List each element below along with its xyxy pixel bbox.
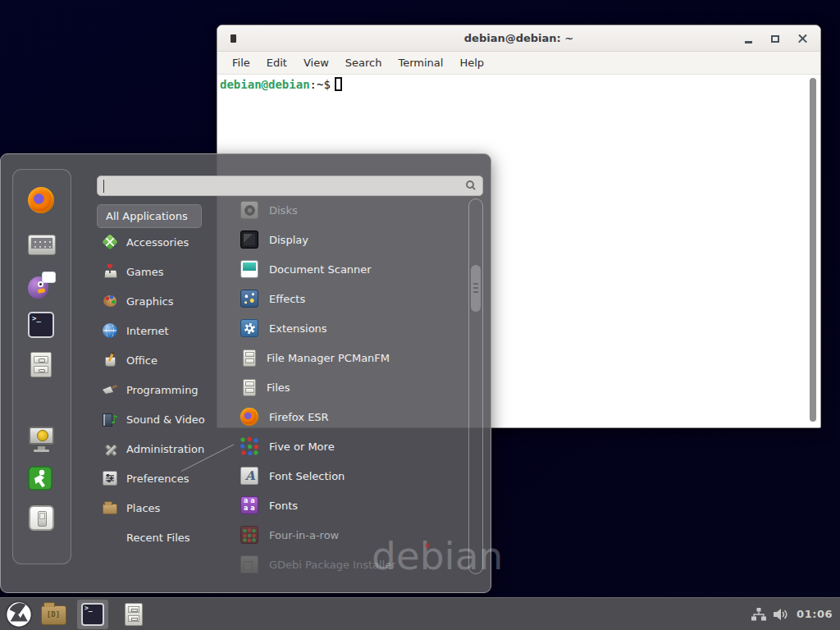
display-icon <box>240 231 258 249</box>
app-item-four-in-a-row[interactable]: Four-in-a-row <box>235 520 467 550</box>
disks-icon <box>240 201 258 219</box>
favorite-terminal-button[interactable] <box>28 312 56 340</box>
category-places[interactable]: Places <box>97 493 228 523</box>
files-icon <box>243 379 256 396</box>
app-item-five-or-more[interactable]: Five or More <box>235 431 467 461</box>
terminal-icon <box>28 312 54 338</box>
taskbar-window-terminal[interactable] <box>77 600 108 629</box>
prompt-user-host: debian@debian <box>220 78 310 91</box>
terminal-titlebar[interactable]: debian@debian: ~ <box>217 25 820 52</box>
app-item-gdebi-package-installer[interactable]: GDebi Package Installer <box>235 550 467 579</box>
category-graphics[interactable]: Graphics <box>97 286 228 316</box>
clock[interactable]: 01:06 <box>797 608 833 620</box>
games-icon <box>103 264 117 279</box>
screensaver-lock-icon <box>28 425 56 453</box>
effects-icon <box>240 290 258 308</box>
favorite-file-manager-button[interactable] <box>28 352 56 380</box>
four-in-a-row-icon <box>240 526 258 544</box>
app-item-extensions[interactable]: Extensions <box>235 313 467 343</box>
favorite-keyboard-button[interactable] <box>28 231 56 258</box>
application-menu: debian <box>0 153 491 593</box>
app-item-file-manager-pcmanfm[interactable]: File Manager PCManFM <box>235 343 467 372</box>
window-icon <box>231 34 236 43</box>
app-item-font-selection[interactable]: Font Selection <box>235 461 467 491</box>
category-games[interactable]: Games <box>97 257 228 286</box>
category-internet[interactable]: Internet <box>97 316 228 345</box>
fonts-icon <box>240 496 258 514</box>
category-accessories[interactable]: Accessories <box>97 227 228 257</box>
internet-icon <box>103 323 117 338</box>
menu-terminal[interactable]: Terminal <box>390 53 451 72</box>
all-applications-button[interactable]: All Applications <box>97 204 202 228</box>
accessories-icon <box>103 235 117 249</box>
shutdown-icon <box>29 505 54 531</box>
favorite-firefox-button[interactable] <box>28 187 56 215</box>
file-manager-icon <box>243 349 256 367</box>
app-item-firefox-esr[interactable]: Firefox ESR <box>235 402 467 431</box>
maximize-button[interactable] <box>771 35 779 43</box>
volume-icon[interactable] <box>774 608 789 621</box>
app-item-fonts[interactable]: Fonts <box>235 491 467 520</box>
app-list-scrollbar-thumb[interactable] <box>471 265 481 312</box>
terminal-scrollbar-track[interactable] <box>808 77 818 422</box>
sound-video-icon <box>103 412 117 427</box>
category-office[interactable]: Office <box>97 345 228 375</box>
close-button[interactable] <box>798 34 807 43</box>
app-list-scrollbar-track[interactable] <box>468 199 483 574</box>
prompt-path: :~$ <box>310 78 331 91</box>
category-sound-video[interactable]: Sound & Video <box>97 404 228 434</box>
terminal-menubar: File Edit View Search Terminal Help <box>217 52 820 75</box>
app-item-document-scanner[interactable]: Document Scanner <box>235 254 467 284</box>
font-selection-icon <box>240 467 258 485</box>
taskbar-window-desktop-folder[interactable] <box>39 600 67 628</box>
app-item-display[interactable]: Display <box>235 225 467 254</box>
favorite-logout-button[interactable] <box>28 466 56 494</box>
logout-icon <box>28 466 52 491</box>
desktop: debian@debian: ~ File Edit View Search T… <box>0 0 840 630</box>
app-item-disks[interactable]: Disks <box>235 195 467 225</box>
favorite-shutdown-button[interactable] <box>28 505 56 533</box>
graphics-icon <box>103 294 117 308</box>
search-input[interactable] <box>98 176 482 195</box>
search-box <box>97 176 483 196</box>
window-title: debian@debian: ~ <box>464 32 573 44</box>
category-recent-files[interactable]: Recent Files <box>97 523 228 552</box>
firefox-icon <box>28 187 54 213</box>
system-tray: 01:06 <box>751 608 840 621</box>
five-or-more-icon <box>240 437 258 455</box>
taskbar: 01:06 <box>0 597 840 630</box>
file-cabinet-icon <box>30 352 52 377</box>
menu-file[interactable]: File <box>224 53 258 72</box>
menu-help[interactable]: Help <box>451 53 492 72</box>
pidgin-icon <box>28 272 56 299</box>
file-cabinet-icon <box>125 603 143 626</box>
taskbar-window-files[interactable] <box>118 600 149 629</box>
programming-icon <box>103 382 117 397</box>
terminal-icon <box>81 603 104 626</box>
terminal-scrollbar-thumb[interactable] <box>810 78 816 422</box>
terminal-cursor <box>335 77 342 91</box>
menu-button[interactable] <box>5 600 33 628</box>
document-scanner-icon <box>240 260 258 278</box>
category-list: Accessories Games Graphics Internet Offi… <box>97 227 228 552</box>
category-administration[interactable]: Administration <box>97 434 228 463</box>
firefox-icon <box>240 408 258 426</box>
app-item-effects[interactable]: Effects <box>235 284 467 313</box>
category-programming[interactable]: Programming <box>97 375 228 404</box>
application-list: Disks Display Document Scanner Effects E… <box>235 195 467 593</box>
app-item-files[interactable]: Files <box>235 372 467 402</box>
administration-icon <box>103 441 117 456</box>
menu-search[interactable]: Search <box>337 53 390 72</box>
minimize-button[interactable] <box>745 41 752 43</box>
gdebi-icon <box>240 555 258 573</box>
favorite-pidgin-button[interactable] <box>28 272 56 299</box>
menu-edit[interactable]: Edit <box>258 53 295 72</box>
category-preferences[interactable]: Preferences <box>97 463 228 493</box>
places-icon <box>103 504 117 514</box>
favorite-lock-screen-button[interactable] <box>28 425 56 453</box>
network-icon[interactable] <box>751 608 766 621</box>
menu-view[interactable]: View <box>295 53 337 72</box>
keyboard-icon <box>28 235 56 255</box>
window-controls <box>745 25 807 52</box>
folder-icon <box>41 605 66 625</box>
